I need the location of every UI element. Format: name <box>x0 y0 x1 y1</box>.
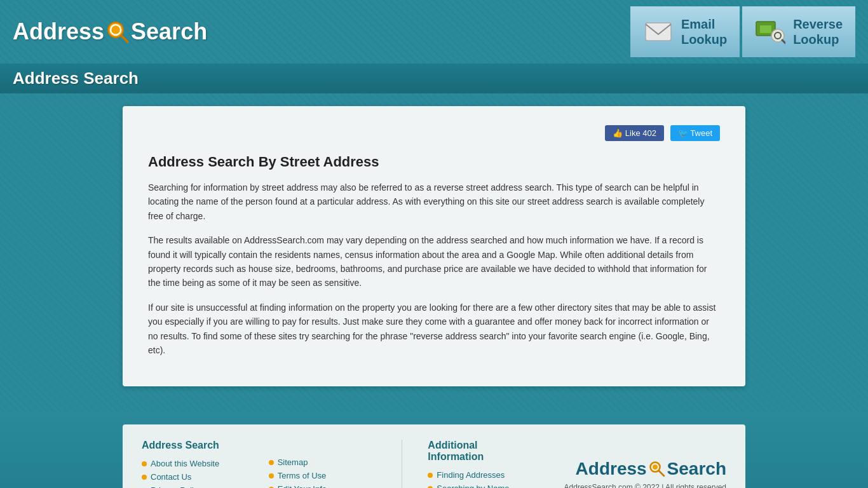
subheader-bar: Address Search <box>0 64 868 93</box>
logo-magnify-icon <box>105 20 130 44</box>
footer-logo-part2: Search <box>667 459 726 479</box>
footer-link-item: Searching by Name <box>428 484 536 488</box>
footer-col-address-search-2: Sitemap Terms of Use Edit Your Info <box>262 440 390 488</box>
footer-link-item: Finding Addresses <box>428 470 536 480</box>
nav-buttons: Email Lookup Reverse Lookup <box>630 6 855 57</box>
edit-your-info-link[interactable]: Edit Your Info <box>278 484 327 488</box>
bullet-icon <box>142 461 147 466</box>
svg-rect-3 <box>646 23 671 41</box>
svg-line-8 <box>782 40 785 43</box>
email-lookup-icon <box>643 17 674 47</box>
tweet-button[interactable]: 🐦 Tweet <box>670 125 720 141</box>
footer-col-additional: Additional Information Finding Addresses… <box>415 440 548 488</box>
bullet-icon <box>142 475 147 480</box>
footer-link-item: Sitemap <box>269 458 377 467</box>
footer-copyright: AddressSearch.com © 2022 | All rights re… <box>564 483 726 488</box>
subheader-title: Address Search <box>13 69 139 88</box>
logo-area: Address Search <box>13 18 207 45</box>
footer-card: Address Search About this Website Contac… <box>123 424 745 488</box>
footer-link-item: Contact Us <box>142 472 250 482</box>
sitemap-link[interactable]: Sitemap <box>278 458 308 467</box>
footer-col3-links: Finding Addresses Searching by Name Sear… <box>428 470 536 488</box>
footer-col2-links: Sitemap Terms of Use Edit Your Info <box>269 458 377 488</box>
logo-text-part2: Search <box>131 18 207 45</box>
footer-logo-part1: Address <box>576 459 647 479</box>
footer-col-address-search: Address Search About this Website Contac… <box>142 440 262 488</box>
article-para-1: Searching for information by street addr… <box>148 180 720 223</box>
svg-line-2 <box>121 36 128 42</box>
footer-link-item: About this Website <box>142 459 250 468</box>
article-title: Address Search By Street Address <box>148 154 720 170</box>
footer-col3-heading: Additional Information <box>428 440 536 463</box>
footer: Address Search About this Website Contac… <box>0 412 868 488</box>
article-para-2: The results available on AddressSearch.c… <box>148 233 720 290</box>
article-para-3: If our site is unsuccessful at finding i… <box>148 301 720 358</box>
facebook-like-button[interactable]: 👍 Like 402 <box>605 125 664 141</box>
content-card: 👍 Like 402 🐦 Tweet Address Search By Str… <box>123 106 745 386</box>
social-bar: 👍 Like 402 🐦 Tweet <box>148 125 720 141</box>
privacy-policy-link[interactable]: Privacy Policy <box>151 485 202 488</box>
footer-link-item: Edit Your Info <box>269 484 377 488</box>
email-lookup-button[interactable]: Email Lookup <box>630 6 740 57</box>
footer-link-item: Terms of Use <box>269 471 377 480</box>
footer-columns: Address Search About this Website Contac… <box>142 440 726 488</box>
reverse-lookup-icon <box>755 17 785 47</box>
footer-link-item: Privacy Policy <box>142 485 250 488</box>
svg-line-11 <box>659 471 664 476</box>
email-lookup-label: Email Lookup <box>681 17 727 47</box>
reverse-lookup-label: Reverse Lookup <box>793 17 843 47</box>
logo-text-part1: Address <box>13 18 104 45</box>
svg-rect-5 <box>760 25 771 33</box>
reverse-lookup-button[interactable]: Reverse Lookup <box>742 6 855 57</box>
site-logo[interactable]: Address Search <box>13 18 207 45</box>
footer-col1-heading: Address Search <box>142 440 250 451</box>
header: Address Search Email Lookup <box>0 0 868 64</box>
main-wrapper: 👍 Like 402 🐦 Tweet Address Search By Str… <box>0 93 868 399</box>
fb-like-label: 👍 Like 402 <box>613 128 656 138</box>
footer-logo: Address Search <box>576 459 726 479</box>
contact-us-link[interactable]: Contact Us <box>151 472 191 482</box>
footer-col1-links: About this Website Contact Us Privacy Po… <box>142 459 250 488</box>
bullet-icon <box>428 473 433 478</box>
searching-by-name-link[interactable]: Searching by Name <box>437 484 509 488</box>
finding-addresses-link[interactable]: Finding Addresses <box>437 470 505 480</box>
tweet-label: 🐦 Tweet <box>678 128 712 138</box>
footer-divider <box>402 440 402 488</box>
footer-logo-magnify-icon <box>648 460 666 478</box>
terms-of-use-link[interactable]: Terms of Use <box>278 471 327 480</box>
footer-logo-area: Address Search AddressSearch.com © 2022 … <box>548 440 726 488</box>
bullet-icon <box>269 460 274 465</box>
bullet-icon <box>269 473 274 478</box>
about-website-link[interactable]: About this Website <box>151 459 219 468</box>
